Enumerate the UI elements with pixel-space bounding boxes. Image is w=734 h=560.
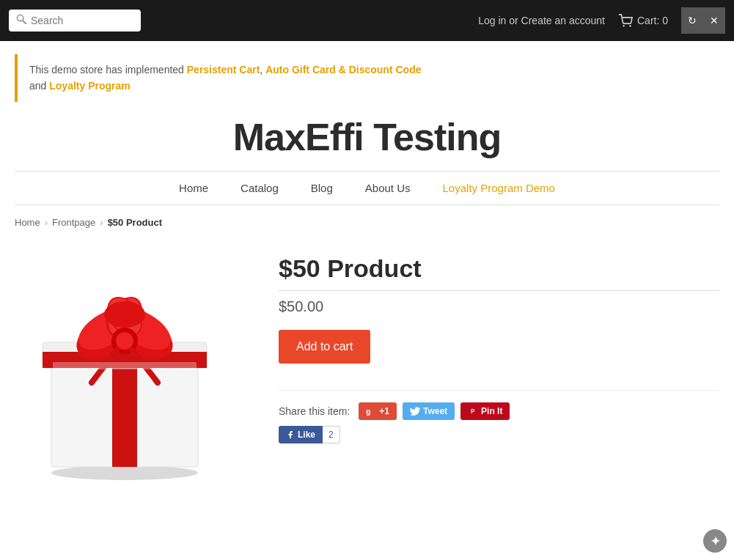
notice-and-text: and [29, 80, 49, 92]
store-title: MaxEffi Testing [0, 115, 734, 159]
breadcrumb-frontpage[interactable]: Frontpage [52, 217, 95, 228]
persistent-cart-link[interactable]: Persistent Cart [187, 64, 260, 75]
window-controls: ↻ ✕ [681, 7, 725, 34]
top-bar: Log in or Create an account Cart: 0 ↻ ✕ [0, 0, 734, 41]
twitter-icon [410, 407, 420, 416]
tweet-label: Tweet [423, 406, 447, 416]
nav-loyalty[interactable]: Loyalty Program Demo [427, 172, 571, 205]
tweet-button[interactable]: Tweet [403, 402, 455, 420]
facebook-icon [286, 430, 295, 439]
search-box [9, 10, 141, 32]
close-button[interactable]: ✕ [703, 7, 725, 34]
main-nav: Home Catalog Blog About Us Loyalty Progr… [15, 171, 719, 205]
svg-point-2 [623, 25, 624, 26]
or-text: or [509, 15, 521, 26]
share-section: Share this item: g +1 Tweet P Pin It [279, 402, 719, 420]
nav-catalog[interactable]: Catalog [224, 172, 295, 205]
share-label: Share this item: [279, 405, 350, 417]
like-count: 2 [323, 426, 340, 443]
svg-line-1 [23, 21, 26, 23]
cart-icon [618, 14, 633, 27]
notice-banner: This demo store has implemented Persiste… [15, 54, 719, 102]
product-image [15, 247, 235, 482]
like-section: Like 2 [279, 426, 340, 443]
breadcrumb-home[interactable]: Home [15, 217, 40, 228]
cart-label: Cart: 0 [637, 15, 668, 26]
product-section: $50 Product $50.00 Add to cart Share thi… [0, 240, 734, 506]
nav-about[interactable]: About Us [349, 172, 427, 205]
svg-rect-20 [53, 362, 197, 369]
breadcrumb-sep1: › [45, 217, 48, 228]
breadcrumb-sep2: › [100, 217, 103, 228]
reload-button[interactable]: ↻ [681, 7, 703, 34]
product-details: $50 Product $50.00 Add to cart Share thi… [279, 247, 719, 443]
like-button[interactable]: Like [279, 426, 323, 443]
like-label: Like [298, 430, 315, 440]
discount-code-link[interactable]: Auto Gift Card & Discount Code [265, 64, 421, 75]
notice-text-before: This demo store has implemented [29, 64, 187, 75]
notice-sep1: , [260, 64, 265, 75]
auth-links: Log in or Create an account [478, 15, 605, 26]
gplus-label: +1 [379, 406, 389, 416]
nav-blog[interactable]: Blog [295, 172, 349, 205]
gplus-icon: g [366, 406, 376, 416]
pin-button[interactable]: P Pin It [460, 402, 510, 420]
product-divider [279, 290, 719, 291]
svg-rect-6 [112, 361, 137, 467]
product-name: $50 Product [279, 254, 719, 283]
create-account-link[interactable]: Create an account [521, 15, 605, 26]
top-bar-right: Log in or Create an account Cart: 0 ↻ ✕ [478, 7, 725, 34]
cart-link[interactable]: Cart: 0 [618, 14, 668, 27]
product-price: $50.00 [279, 298, 719, 315]
search-icon [16, 14, 26, 27]
svg-text:P: P [471, 408, 475, 415]
login-link[interactable]: Log in [478, 15, 506, 26]
svg-point-3 [629, 25, 631, 26]
pinterest-icon: P [468, 406, 478, 416]
svg-text:g: g [366, 406, 370, 415]
add-to-cart-button[interactable]: Add to cart [279, 330, 370, 364]
loyalty-program-link[interactable]: Loyalty Program [49, 80, 130, 92]
nav-home[interactable]: Home [163, 172, 224, 205]
product-divider2 [279, 390, 719, 391]
gplus-button[interactable]: g +1 [359, 402, 397, 420]
product-image-container [15, 247, 249, 485]
search-input[interactable] [31, 15, 133, 26]
breadcrumb-current: $50 Product [108, 217, 162, 228]
svg-point-4 [51, 465, 198, 480]
breadcrumb: Home › Frontpage › $50 Product [0, 205, 734, 240]
pin-label: Pin It [481, 406, 502, 416]
svg-point-17 [104, 301, 145, 328]
